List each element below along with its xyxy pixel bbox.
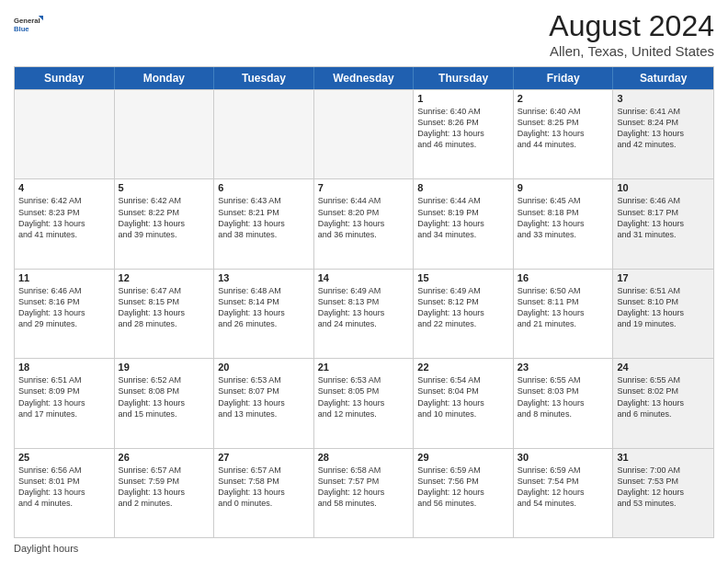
day-cell-18: 18Sunrise: 6:51 AM Sunset: 8:09 PM Dayli…	[15, 359, 115, 447]
day-cell-31: 31Sunrise: 7:00 AM Sunset: 7:53 PM Dayli…	[613, 449, 713, 537]
day-cell-14: 14Sunrise: 6:49 AM Sunset: 8:13 PM Dayli…	[314, 270, 415, 358]
day-cell-19: 19Sunrise: 6:52 AM Sunset: 8:08 PM Dayli…	[115, 359, 215, 447]
day-cell-10: 10Sunrise: 6:46 AM Sunset: 8:17 PM Dayli…	[613, 179, 713, 268]
day-cell-20: 20Sunrise: 6:53 AM Sunset: 8:07 PM Dayli…	[214, 359, 314, 447]
day-info: Sunrise: 6:53 AM Sunset: 8:05 PM Dayligh…	[318, 374, 410, 419]
calendar-row-3: 18Sunrise: 6:51 AM Sunset: 8:09 PM Dayli…	[15, 358, 713, 447]
day-number: 5	[119, 182, 210, 193]
day-number: 30	[518, 452, 609, 463]
day-cell-7: 7Sunrise: 6:44 AM Sunset: 8:20 PM Daylig…	[314, 179, 415, 268]
day-cell-6: 6Sunrise: 6:43 AM Sunset: 8:21 PM Daylig…	[214, 179, 314, 268]
footer-text: Daylight hours	[14, 543, 78, 554]
day-info: Sunrise: 7:00 AM Sunset: 7:53 PM Dayligh…	[617, 465, 710, 510]
day-info: Sunrise: 6:43 AM Sunset: 8:21 PM Dayligh…	[218, 195, 310, 240]
day-cell-16: 16Sunrise: 6:50 AM Sunset: 8:11 PM Dayli…	[514, 270, 614, 358]
day-cell-27: 27Sunrise: 6:57 AM Sunset: 7:58 PM Dayli…	[214, 449, 314, 537]
day-info: Sunrise: 6:59 AM Sunset: 7:56 PM Dayligh…	[417, 465, 509, 510]
empty-cell	[15, 90, 115, 178]
day-number: 3	[617, 93, 710, 104]
day-cell-11: 11Sunrise: 6:46 AM Sunset: 8:16 PM Dayli…	[15, 270, 115, 358]
day-cell-17: 17Sunrise: 6:51 AM Sunset: 8:10 PM Dayli…	[613, 270, 713, 358]
day-cell-1: 1Sunrise: 6:40 AM Sunset: 8:26 PM Daylig…	[414, 90, 514, 178]
day-info: Sunrise: 6:42 AM Sunset: 8:22 PM Dayligh…	[119, 195, 210, 240]
day-info: Sunrise: 6:46 AM Sunset: 8:16 PM Dayligh…	[18, 285, 110, 330]
day-number: 26	[119, 452, 210, 463]
day-info: Sunrise: 6:40 AM Sunset: 8:26 PM Dayligh…	[417, 106, 509, 151]
header-day-saturday: Saturday	[613, 67, 713, 89]
day-info: Sunrise: 6:57 AM Sunset: 7:58 PM Dayligh…	[218, 465, 310, 510]
day-number: 28	[318, 452, 410, 463]
day-number: 20	[218, 362, 310, 373]
day-info: Sunrise: 6:53 AM Sunset: 8:07 PM Dayligh…	[218, 374, 310, 419]
day-number: 22	[417, 362, 509, 373]
day-number: 6	[218, 182, 310, 193]
day-cell-3: 3Sunrise: 6:41 AM Sunset: 8:24 PM Daylig…	[613, 90, 713, 178]
day-cell-4: 4Sunrise: 6:42 AM Sunset: 8:23 PM Daylig…	[15, 179, 115, 268]
day-info: Sunrise: 6:46 AM Sunset: 8:17 PM Dayligh…	[617, 195, 710, 240]
calendar-body: 1Sunrise: 6:40 AM Sunset: 8:26 PM Daylig…	[15, 89, 713, 537]
day-info: Sunrise: 6:47 AM Sunset: 8:15 PM Dayligh…	[119, 285, 210, 330]
header-day-thursday: Thursday	[414, 67, 514, 89]
day-info: Sunrise: 6:59 AM Sunset: 7:54 PM Dayligh…	[518, 465, 609, 510]
day-info: Sunrise: 6:58 AM Sunset: 7:57 PM Dayligh…	[318, 465, 410, 510]
day-number: 13	[218, 272, 310, 283]
day-info: Sunrise: 6:54 AM Sunset: 8:04 PM Dayligh…	[417, 374, 509, 419]
day-cell-2: 2Sunrise: 6:40 AM Sunset: 8:25 PM Daylig…	[514, 90, 614, 178]
day-info: Sunrise: 6:48 AM Sunset: 8:14 PM Dayligh…	[218, 285, 310, 330]
day-info: Sunrise: 6:51 AM Sunset: 8:10 PM Dayligh…	[617, 285, 710, 330]
day-cell-21: 21Sunrise: 6:53 AM Sunset: 8:05 PM Dayli…	[314, 359, 415, 447]
calendar: SundayMondayTuesdayWednesdayThursdayFrid…	[14, 66, 714, 538]
day-cell-26: 26Sunrise: 6:57 AM Sunset: 7:59 PM Dayli…	[115, 449, 215, 537]
logo: General Blue	[14, 9, 43, 39]
day-number: 4	[18, 182, 110, 193]
day-info: Sunrise: 6:49 AM Sunset: 8:13 PM Dayligh…	[318, 285, 410, 330]
header-day-friday: Friday	[514, 67, 614, 89]
page-header: General Blue August 2024 Allen, Texas, U…	[14, 9, 714, 59]
day-info: Sunrise: 6:45 AM Sunset: 8:18 PM Dayligh…	[518, 195, 609, 240]
footer: Daylight hours	[14, 543, 714, 554]
day-cell-12: 12Sunrise: 6:47 AM Sunset: 8:15 PM Dayli…	[115, 270, 215, 358]
day-info: Sunrise: 6:40 AM Sunset: 8:25 PM Dayligh…	[518, 106, 609, 151]
day-number: 19	[119, 362, 210, 373]
day-number: 10	[617, 182, 710, 193]
logo-svg: General Blue	[14, 9, 43, 39]
header-day-sunday: Sunday	[15, 67, 115, 89]
day-info: Sunrise: 6:42 AM Sunset: 8:23 PM Dayligh…	[18, 195, 110, 240]
empty-cell	[214, 90, 314, 178]
header-day-tuesday: Tuesday	[214, 67, 314, 89]
day-cell-22: 22Sunrise: 6:54 AM Sunset: 8:04 PM Dayli…	[414, 359, 514, 447]
calendar-row-0: 1Sunrise: 6:40 AM Sunset: 8:26 PM Daylig…	[15, 89, 713, 178]
day-info: Sunrise: 6:44 AM Sunset: 8:19 PM Dayligh…	[417, 195, 509, 240]
day-info: Sunrise: 6:50 AM Sunset: 8:11 PM Dayligh…	[518, 285, 609, 330]
day-cell-8: 8Sunrise: 6:44 AM Sunset: 8:19 PM Daylig…	[414, 179, 514, 268]
day-number: 16	[518, 272, 609, 283]
empty-cell	[314, 90, 415, 178]
day-number: 23	[518, 362, 609, 373]
day-info: Sunrise: 6:55 AM Sunset: 8:02 PM Dayligh…	[617, 374, 710, 419]
day-info: Sunrise: 6:49 AM Sunset: 8:12 PM Dayligh…	[417, 285, 509, 330]
calendar-subtitle: Allen, Texas, United States	[549, 43, 714, 59]
day-number: 15	[417, 272, 509, 283]
day-number: 17	[617, 272, 710, 283]
day-number: 18	[18, 362, 110, 373]
day-number: 7	[318, 182, 410, 193]
calendar-row-1: 4Sunrise: 6:42 AM Sunset: 8:23 PM Daylig…	[15, 178, 713, 268]
calendar-row-2: 11Sunrise: 6:46 AM Sunset: 8:16 PM Dayli…	[15, 269, 713, 358]
day-number: 27	[218, 452, 310, 463]
calendar-row-4: 25Sunrise: 6:56 AM Sunset: 8:01 PM Dayli…	[15, 448, 713, 537]
day-number: 11	[18, 272, 110, 283]
title-block: August 2024 Allen, Texas, United States	[549, 9, 714, 59]
day-info: Sunrise: 6:52 AM Sunset: 8:08 PM Dayligh…	[119, 374, 210, 419]
day-number: 2	[518, 93, 609, 104]
day-cell-28: 28Sunrise: 6:58 AM Sunset: 7:57 PM Dayli…	[314, 449, 415, 537]
svg-text:Blue: Blue	[14, 25, 29, 33]
day-cell-30: 30Sunrise: 6:59 AM Sunset: 7:54 PM Dayli…	[514, 449, 614, 537]
day-cell-24: 24Sunrise: 6:55 AM Sunset: 8:02 PM Dayli…	[613, 359, 713, 447]
header-day-monday: Monday	[115, 67, 215, 89]
header-day-wednesday: Wednesday	[314, 67, 415, 89]
day-number: 25	[18, 452, 110, 463]
empty-cell	[115, 90, 215, 178]
day-number: 8	[417, 182, 509, 193]
day-info: Sunrise: 6:55 AM Sunset: 8:03 PM Dayligh…	[518, 374, 609, 419]
day-number: 9	[518, 182, 609, 193]
